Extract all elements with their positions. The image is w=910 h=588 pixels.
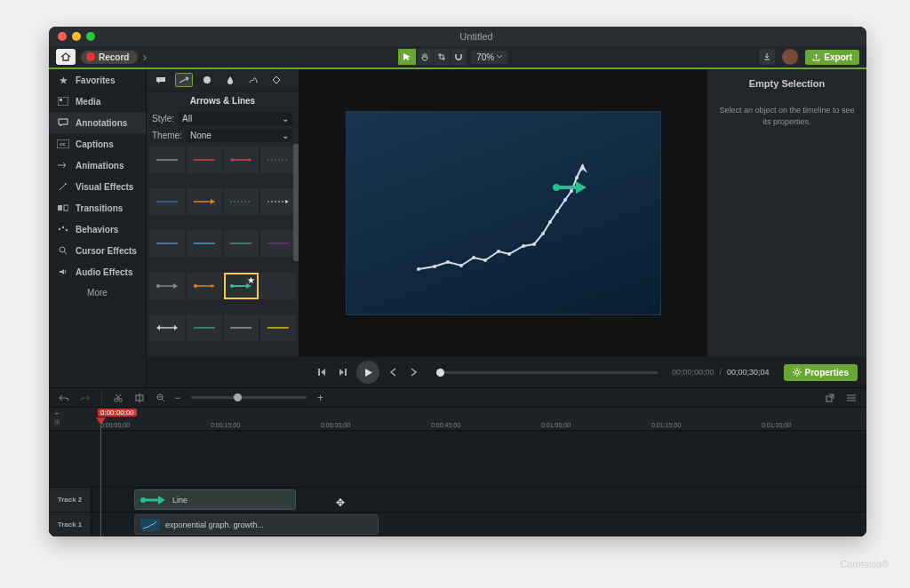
line-item[interactable] xyxy=(260,314,296,341)
line-item[interactable] xyxy=(224,230,259,257)
undo-button[interactable] xyxy=(56,391,72,405)
progress-thumb[interactable] xyxy=(436,369,444,377)
track-2-header[interactable]: Track 2 xyxy=(49,488,92,512)
zoom-dropdown[interactable]: 70% xyxy=(471,51,507,64)
magnet-tool-button[interactable] xyxy=(451,49,467,65)
library-panel: Arrows & Lines Style: All⌄ Theme: None⌄ xyxy=(147,69,299,357)
line-item[interactable] xyxy=(149,230,185,257)
sidebar-item-visual-effects[interactable]: Visual Effects xyxy=(49,176,146,197)
clip-line[interactable]: Line ✥ xyxy=(134,489,296,510)
progress-bar[interactable] xyxy=(436,371,658,374)
timeline-ruler[interactable]: +⊞ 0:00:00;00 0:00:00;000:00:15;000:00:3… xyxy=(49,408,866,431)
sidebar-more[interactable]: More xyxy=(49,282,146,303)
redo-button[interactable] xyxy=(77,391,93,405)
crop-tool-button[interactable] xyxy=(434,49,450,65)
record-button[interactable]: Record xyxy=(81,51,138,64)
export-button[interactable]: Export xyxy=(805,50,859,65)
step-forward-button[interactable] xyxy=(406,364,422,380)
track-2-lane[interactable]: Line ✥ xyxy=(92,488,866,512)
sidebar-item-animations[interactable]: Animations xyxy=(49,155,146,176)
timeline-menu-button[interactable] xyxy=(843,391,859,405)
prev-frame-button[interactable] xyxy=(314,364,330,380)
transitions-icon xyxy=(57,202,69,214)
cut-button[interactable] xyxy=(110,391,126,405)
zoom-value: 70% xyxy=(476,52,494,62)
split-button[interactable] xyxy=(132,391,148,405)
line-item[interactable] xyxy=(149,314,185,341)
line-item[interactable] xyxy=(149,273,185,299)
top-toolbar: Record › 70% Export xyxy=(49,46,866,69)
svg-point-53 xyxy=(119,398,123,401)
line-item[interactable] xyxy=(149,147,185,173)
canvas-area[interactable] xyxy=(299,69,706,357)
properties-title: Empty Selection xyxy=(716,78,858,89)
track-1-header[interactable]: Track 1 xyxy=(49,513,92,536)
ruler-tick: 0:01:00;00 xyxy=(541,422,571,428)
svg-point-8 xyxy=(66,229,68,231)
minimize-window-icon[interactable] xyxy=(72,32,81,41)
sidebar: ★Favorites Media Annotations ccCaptions … xyxy=(49,69,147,387)
time-current: 00;00;00;00 xyxy=(672,368,714,377)
line-item[interactable] xyxy=(260,230,296,257)
line-item[interactable] xyxy=(187,314,222,341)
user-avatar[interactable] xyxy=(782,49,798,65)
sidebar-item-annotations[interactable]: Annotations xyxy=(49,112,146,133)
sketch-tab[interactable] xyxy=(244,73,262,87)
line-item-selected[interactable]: ★ xyxy=(224,273,259,299)
arrows-tab[interactable] xyxy=(175,73,193,87)
library-scrollbar[interactable] xyxy=(293,144,299,261)
sidebar-item-captions[interactable]: ccCaptions xyxy=(49,133,146,155)
star-icon: ★ xyxy=(57,74,69,86)
shapes-tab[interactable] xyxy=(198,73,216,87)
behaviors-icon xyxy=(57,223,69,235)
line-item[interactable] xyxy=(260,147,296,173)
next-frame-button[interactable] xyxy=(335,364,351,380)
callouts-tab[interactable] xyxy=(152,73,170,87)
select-tool-button[interactable] xyxy=(398,49,416,65)
step-back-button[interactable] xyxy=(385,364,401,380)
sidebar-item-behaviors[interactable]: Behaviors xyxy=(49,219,146,240)
play-button[interactable] xyxy=(356,361,379,384)
clip-line-label: Line xyxy=(172,496,188,505)
zoom-thumb[interactable] xyxy=(234,393,242,401)
wand-icon xyxy=(57,180,69,193)
green-arrow-annotation[interactable] xyxy=(553,179,588,195)
sidebar-item-audio-effects[interactable]: Audio Effects xyxy=(49,261,146,282)
media-icon xyxy=(57,95,69,107)
line-item[interactable] xyxy=(224,147,259,173)
track-1-lane[interactable]: exponential graph. growth... xyxy=(92,513,866,536)
ruler-tick: 0:01:15;00 xyxy=(651,422,681,428)
record-label: Record xyxy=(99,52,129,62)
maximize-window-icon[interactable] xyxy=(86,32,95,41)
line-item[interactable] xyxy=(187,230,222,257)
zoom-out-button[interactable] xyxy=(153,391,169,405)
sidebar-item-transitions[interactable]: Transitions xyxy=(49,197,146,219)
pan-tool-button[interactable] xyxy=(417,49,433,65)
line-item[interactable] xyxy=(149,188,185,215)
keystroke-tab[interactable] xyxy=(267,73,285,87)
sidebar-item-media[interactable]: Media xyxy=(49,91,146,112)
line-item[interactable] xyxy=(224,314,259,341)
cursor-icon xyxy=(57,244,69,257)
sidebar-item-favorites[interactable]: ★Favorites xyxy=(49,69,146,91)
record-dropdown-icon[interactable]: › xyxy=(142,50,147,64)
clip-graph[interactable]: exponential graph. growth... xyxy=(134,514,379,535)
line-item[interactable] xyxy=(260,273,296,299)
line-item[interactable] xyxy=(187,188,222,215)
home-button[interactable] xyxy=(56,49,76,65)
line-item[interactable] xyxy=(260,188,296,215)
download-button[interactable] xyxy=(759,49,775,65)
theme-select[interactable]: None⌄ xyxy=(186,129,293,142)
line-item[interactable] xyxy=(224,188,259,215)
style-select[interactable]: All⌄ xyxy=(178,112,293,125)
close-window-icon[interactable] xyxy=(58,32,67,41)
svg-point-42 xyxy=(532,242,536,246)
playhead-line[interactable] xyxy=(100,417,101,536)
line-item[interactable] xyxy=(187,273,222,299)
properties-button[interactable]: Properties xyxy=(784,364,858,381)
line-item[interactable] xyxy=(187,147,222,173)
timeline-zoom-slider[interactable] xyxy=(191,396,307,399)
blur-tab[interactable] xyxy=(221,73,239,87)
detach-timeline-button[interactable] xyxy=(822,391,838,405)
sidebar-item-cursor-effects[interactable]: Cursor Effects xyxy=(49,240,146,261)
